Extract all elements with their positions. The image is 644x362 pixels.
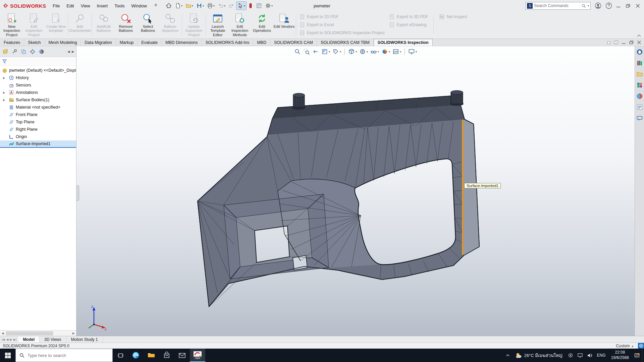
- scroll-left-icon[interactable]: ◀: [0, 332, 5, 335]
- panel-splitter-grip[interactable]: [76, 185, 79, 201]
- menu-tools[interactable]: Tools: [111, 2, 128, 10]
- propertymanager-tab-icon[interactable]: [11, 48, 18, 55]
- panel-scroll-right-icon[interactable]: ▶: [72, 50, 74, 53]
- remove-balloons-button[interactable]: Remove Balloons: [115, 12, 137, 38]
- tray-bluetooth-icon[interactable]: [566, 349, 575, 362]
- menu-view[interactable]: View: [77, 2, 94, 10]
- settings-gear-icon[interactable]: ▾: [264, 1, 274, 10]
- search-icon[interactable]: [582, 4, 586, 8]
- view-orientation-icon[interactable]: ▾: [348, 48, 357, 55]
- file-explorer-icon[interactable]: [636, 70, 643, 78]
- tree-item-origin[interactable]: Origin: [0, 133, 76, 140]
- knob-right[interactable]: [450, 90, 464, 106]
- tab-mesh-modeling[interactable]: Mesh Modeling: [45, 39, 81, 46]
- launch-template-editor-button[interactable]: Launch Template Editor: [207, 12, 229, 38]
- search-scope-icon[interactable]: S: [527, 3, 533, 9]
- tab-evaluate[interactable]: Evaluate: [138, 39, 162, 46]
- tab-features[interactable]: Features: [0, 39, 24, 46]
- annotation-views-icon[interactable]: ▾: [332, 48, 341, 55]
- panel-scroll-left-icon[interactable]: ◀: [67, 50, 70, 53]
- tray-display-icon[interactable]: [575, 349, 585, 362]
- update-inspection-project-button[interactable]: Update Inspection Project: [183, 12, 205, 38]
- zoom-fit-icon[interactable]: [294, 48, 301, 55]
- redo-icon[interactable]: [227, 1, 236, 10]
- pin-menu-icon[interactable]: [150, 2, 161, 10]
- panel-horizontal-scrollbar[interactable]: ◀ ▶: [0, 330, 76, 336]
- first-tab-icon[interactable]: |◀: [2, 338, 5, 341]
- expand-arrow-icon[interactable]: ▶: [3, 91, 5, 94]
- doc-minimize-icon[interactable]: [622, 41, 626, 44]
- tab-mbd-dimensions[interactable]: MBD Dimensions: [162, 39, 202, 46]
- language-indicator[interactable]: ENG: [595, 349, 608, 362]
- featuremanager-tab-icon[interactable]: [2, 48, 9, 55]
- scrollbar-thumb[interactable]: [6, 331, 53, 335]
- doc-restore-icon[interactable]: [629, 41, 634, 44]
- search-commands-input[interactable]: [534, 3, 580, 8]
- doc-close-icon[interactable]: [637, 41, 641, 44]
- tree-item-surface-imported1[interactable]: Surface-Imported1: [0, 140, 76, 148]
- zoom-area-icon[interactable]: [303, 48, 310, 55]
- menu-file[interactable]: File: [49, 2, 63, 10]
- export-to-sw-inspection-button[interactable]: Export to SOLIDWORKS Inspection Project: [300, 30, 384, 36]
- create-new-template-button[interactable]: Create New template: [45, 12, 67, 38]
- model-tab[interactable]: Model: [18, 336, 40, 343]
- tree-item-surface-bodies[interactable]: ▶ Surface Bodies(1): [0, 96, 76, 104]
- menu-edit[interactable]: Edit: [63, 2, 77, 10]
- display-state-caret-icon[interactable]: ▴: [632, 344, 633, 348]
- store-app-icon[interactable]: [159, 349, 174, 362]
- tree-item-annotations[interactable]: ▶ Annotations: [0, 89, 76, 96]
- display-style-icon[interactable]: ▾: [359, 48, 368, 55]
- save-icon[interactable]: ▾: [195, 1, 205, 10]
- tray-volume-icon[interactable]: [585, 349, 595, 362]
- tile-window-icon[interactable]: [614, 41, 618, 44]
- tab-data-migration[interactable]: Data Migration: [81, 39, 116, 46]
- knob-left[interactable]: [292, 93, 305, 110]
- apply-scene-icon[interactable]: ▾: [392, 48, 401, 55]
- filter-funnel-icon[interactable]: [2, 58, 7, 64]
- displaymanager-tab-icon[interactable]: [38, 48, 45, 55]
- edit-inspection-project-button[interactable]: Edit Inspection Project: [23, 12, 45, 38]
- tab-sketch[interactable]: Sketch: [24, 39, 45, 46]
- tree-item-material[interactable]: Material <not specified>: [0, 104, 76, 111]
- expand-arrow-icon[interactable]: ▶: [3, 76, 5, 79]
- balloon-sequence-button[interactable]: Balloon Sequence: [159, 12, 181, 38]
- hide-show-items-icon[interactable]: ▾: [370, 48, 379, 55]
- ribbon-collapse-icon[interactable]: [637, 34, 641, 37]
- prev-tab-icon[interactable]: ◀: [6, 338, 8, 341]
- edge-app-icon[interactable]: [128, 349, 144, 362]
- taskbar-clock[interactable]: 22:08 19/6/2568: [608, 350, 632, 360]
- web-help-globe-icon[interactable]: [638, 343, 644, 349]
- edit-inspection-methods-button[interactable]: Edit Inspection Methods: [229, 12, 251, 38]
- tray-chevron-icon[interactable]: [503, 349, 512, 362]
- add-characteristic-button[interactable]: Add Characteristic: [69, 12, 91, 38]
- menu-insert[interactable]: Insert: [94, 2, 111, 10]
- previous-view-icon[interactable]: [312, 48, 319, 55]
- tree-item-sensors[interactable]: Sensors: [0, 81, 76, 89]
- solidworks-app-icon[interactable]: 2024: [190, 349, 205, 362]
- design-library-icon[interactable]: [636, 59, 643, 67]
- 3d-views-tab[interactable]: 3D Views: [40, 336, 66, 343]
- search-dropdown-icon[interactable]: ▾: [588, 4, 589, 7]
- edit-appearance-icon[interactable]: ▾: [381, 48, 390, 55]
- action-center-icon[interactable]: [632, 349, 642, 362]
- open-icon[interactable]: ▾: [184, 1, 195, 10]
- tab-markup[interactable]: Markup: [116, 39, 138, 46]
- add-edit-balloons-button[interactable]: Add/Edit Balloons: [93, 12, 115, 38]
- model-body[interactable]: [198, 90, 479, 307]
- menu-window[interactable]: Window: [128, 2, 150, 10]
- forum-icon[interactable]: [636, 115, 643, 122]
- tree-item-top-plane[interactable]: Top Plane: [0, 118, 76, 126]
- appearances-icon[interactable]: [636, 93, 643, 100]
- view-settings-icon[interactable]: ▾: [408, 48, 417, 55]
- task-view-button[interactable]: [113, 349, 128, 362]
- export-edrawing-button[interactable]: Export eDrawing: [389, 22, 428, 27]
- edit-vendors-button[interactable]: Edit Vendors: [273, 12, 295, 38]
- tree-item-history[interactable]: ▶ History: [0, 74, 76, 81]
- new-document-icon[interactable]: ▾: [173, 1, 184, 10]
- expand-arrow-icon[interactable]: ▶: [3, 99, 5, 102]
- graphics-area[interactable]: ▾ ▾ ▾ ▾ ▾ ▾ ▾ ▾ Surface-Imported1 z x: [76, 46, 635, 336]
- home-icon[interactable]: [164, 1, 173, 10]
- tree-item-right-plane[interactable]: Right Plane: [0, 126, 76, 133]
- tree-item-front-plane[interactable]: Front Plane: [0, 111, 76, 118]
- configurationmanager-tab-icon[interactable]: [20, 48, 27, 55]
